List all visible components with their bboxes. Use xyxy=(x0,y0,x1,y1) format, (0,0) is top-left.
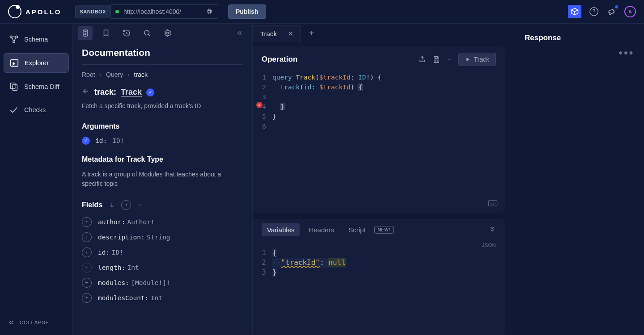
add-tab-button[interactable]: + xyxy=(303,25,321,42)
variables-tabs: Variables Headers Script NEW! xyxy=(253,219,505,241)
search-icon xyxy=(143,29,151,37)
breadcrumb-current: track xyxy=(134,71,148,78)
field-row-modules: + modules: [Module!]! xyxy=(82,278,243,288)
json-label: JSON xyxy=(253,243,505,248)
add-field-button[interactable]: + xyxy=(82,232,92,242)
collapse-label: COLLAPSE xyxy=(20,320,49,325)
field-name: modules: xyxy=(98,279,129,286)
field-type[interactable]: Int xyxy=(151,294,162,302)
save-button[interactable] xyxy=(432,55,441,63)
field-name: id: xyxy=(98,249,110,256)
type-description: Fetch a specific track, provided a track… xyxy=(82,102,243,111)
studio-icon[interactable] xyxy=(568,5,581,18)
run-button[interactable]: Track xyxy=(458,53,496,66)
doc-mode-button[interactable] xyxy=(78,26,93,40)
metadata-heading: Metadata for Track Type xyxy=(82,155,243,163)
field-type[interactable]: ID! xyxy=(112,249,123,256)
keyboard-icon xyxy=(488,200,498,206)
sandbox-badge: SANDBOX xyxy=(75,5,111,18)
query-tab[interactable]: Track ✕ xyxy=(253,25,301,42)
fields-header: Fields + xyxy=(82,200,243,210)
share-button[interactable] xyxy=(418,55,426,63)
field-row-modulescount: + modulesCount: Int xyxy=(82,293,243,303)
arrow-down-icon[interactable] xyxy=(109,202,115,208)
user-avatar[interactable]: A xyxy=(624,6,636,17)
chevron-double-left-icon xyxy=(236,29,243,37)
arg-selected-icon[interactable]: ✓ xyxy=(82,137,90,145)
documentation-panel: Documentation Root › Query › track track… xyxy=(73,24,253,335)
save-icon xyxy=(432,55,441,63)
announcements-icon[interactable] xyxy=(606,6,617,17)
arg-name: id: xyxy=(95,137,107,144)
code-content: query Track($trackId: ID!) { track(id: $… xyxy=(272,72,382,213)
main: Schema Explorer Schema Diff Checks COLLA… xyxy=(0,24,644,335)
bookmark-button[interactable] xyxy=(99,26,113,40)
chevron-down-icon[interactable] xyxy=(137,202,143,208)
type-link[interactable]: Track xyxy=(121,88,142,97)
vars-content: {··"trackId":·null} xyxy=(272,248,346,277)
search-button[interactable] xyxy=(140,26,154,40)
tab-script[interactable]: Script xyxy=(343,223,371,236)
sandbox-group: SANDBOX http://localhost:4000/ xyxy=(75,4,219,19)
collapse-sidebar-button[interactable]: COLLAPSE xyxy=(4,316,69,329)
tab-headers[interactable]: Headers xyxy=(303,223,339,236)
add-all-fields-button[interactable]: + xyxy=(121,200,131,210)
sidebar-item-checks[interactable]: Checks xyxy=(4,100,69,119)
expand-variables-button[interactable] xyxy=(489,226,496,234)
doc-body: Documentation Root › Query › track track… xyxy=(73,42,252,335)
error-icon[interactable]: ✕ xyxy=(256,102,263,108)
field-row-author: + author: Author! xyxy=(82,217,243,227)
doc-toolbar xyxy=(73,24,252,42)
field-type[interactable]: String xyxy=(147,234,170,241)
query-tabbar: Track ✕ + xyxy=(253,24,512,42)
field-type[interactable]: [Module!]! xyxy=(131,279,170,286)
operation-editor[interactable]: 1 2 3 ✕4 5 6 query Track($trackId: ID!) … xyxy=(253,72,505,213)
workspace: Documentation Root › Query › track track… xyxy=(73,24,644,335)
variables-editor[interactable]: 1 2 3 {··"trackId":·null} xyxy=(253,248,505,277)
schema-icon xyxy=(9,34,19,44)
vars-gutter: 1 2 3 xyxy=(259,248,272,277)
response-menu-button[interactable]: ●●● xyxy=(619,49,634,57)
svg-point-9 xyxy=(167,32,169,34)
add-field-button[interactable]: + xyxy=(82,217,92,227)
collapse-doc-button[interactable] xyxy=(233,26,247,40)
arg-type[interactable]: ID! xyxy=(112,137,124,144)
topbar: APOLLO SANDBOX http://localhost:4000/ Pu… xyxy=(0,0,644,24)
save-menu-button[interactable] xyxy=(447,57,452,62)
document-icon xyxy=(81,29,89,37)
connection-status-icon xyxy=(115,10,119,13)
settings-icon[interactable] xyxy=(205,8,213,16)
help-icon[interactable] xyxy=(589,6,599,17)
field-name: author: xyxy=(98,218,125,226)
add-field-button[interactable]: + xyxy=(82,247,92,257)
close-tab-button[interactable]: ✕ xyxy=(288,29,293,38)
divider xyxy=(82,64,243,65)
endpoint-url-box[interactable]: http://localhost:4000/ xyxy=(111,4,218,19)
tab-variables[interactable]: Variables xyxy=(262,223,300,236)
sidebar-item-schema[interactable]: Schema xyxy=(4,30,69,49)
breadcrumb-root[interactable]: Root xyxy=(82,71,95,78)
chevron-down-icon xyxy=(447,57,452,62)
field-type[interactable]: Author! xyxy=(127,218,155,226)
sidebar-item-explorer[interactable]: Explorer xyxy=(4,53,69,73)
diff-icon xyxy=(9,82,19,92)
line-gutter: 1 2 3 ✕4 5 6 xyxy=(259,72,272,213)
back-button[interactable] xyxy=(82,87,90,97)
field-name: track: xyxy=(94,88,116,97)
field-type[interactable]: Int xyxy=(127,264,139,271)
selected-check-icon[interactable]: ✓ xyxy=(146,88,154,96)
explorer-icon xyxy=(9,58,19,68)
publish-button[interactable]: Publish xyxy=(228,4,266,19)
doc-settings-button[interactable] xyxy=(161,26,175,40)
chevron-right-icon: › xyxy=(127,71,130,78)
add-field-button[interactable]: + xyxy=(82,278,92,288)
history-button[interactable] xyxy=(119,26,134,40)
sidebar-item-schema-diff[interactable]: Schema Diff xyxy=(4,77,69,96)
operation-header: Operation Track xyxy=(253,46,505,72)
breadcrumb-query[interactable]: Query xyxy=(106,71,123,78)
tab-label: Track xyxy=(260,30,277,38)
add-field-button[interactable]: + xyxy=(82,293,92,303)
apollo-logo-icon xyxy=(8,5,21,18)
add-field-button[interactable]: + xyxy=(82,263,92,272)
keyboard-shortcuts-button[interactable] xyxy=(488,200,498,208)
